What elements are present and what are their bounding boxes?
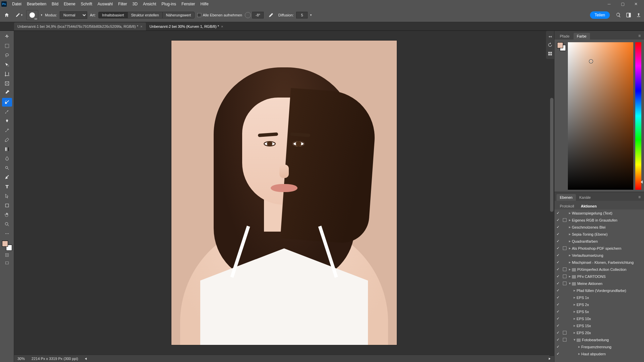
twisty-icon[interactable]: ▸: [568, 274, 572, 279]
search-icon[interactable]: [615, 12, 622, 18]
action-row[interactable]: ✓▸EPS 20x: [554, 329, 644, 336]
action-visibility-toggle[interactable]: ✓: [554, 338, 561, 342]
marquee-tool[interactable]: [2, 42, 12, 50]
twisty-icon[interactable]: ▸: [568, 267, 572, 272]
twisty-icon[interactable]: ▸: [577, 352, 581, 356]
twisty-icon[interactable]: ▸: [573, 302, 577, 307]
action-row[interactable]: ✓▸PFx CARTOONS: [554, 273, 644, 280]
close-tab-icon[interactable]: ×: [140, 24, 142, 28]
export-share-icon[interactable]: [635, 12, 642, 18]
blur-tool[interactable]: [2, 154, 12, 163]
menu-bild[interactable]: Bild: [49, 0, 61, 8]
action-visibility-toggle[interactable]: ✓: [554, 253, 561, 257]
menu-filter[interactable]: Filter: [115, 0, 130, 8]
canvas-viewport[interactable]: [14, 31, 554, 355]
path-selection-tool[interactable]: [2, 192, 12, 200]
menu-bearbeiten[interactable]: Bearbeiten: [24, 0, 49, 8]
menu-auswahl[interactable]: Auswahl: [95, 0, 115, 8]
action-visibility-toggle[interactable]: ✓: [554, 330, 561, 335]
twisty-icon[interactable]: ▸: [573, 323, 577, 328]
frame-tool[interactable]: [2, 79, 12, 88]
home-button[interactable]: [2, 10, 11, 20]
diffusion-value[interactable]: 5: [296, 12, 308, 18]
menu-ebene[interactable]: Ebene: [61, 0, 78, 8]
pen-tool[interactable]: [2, 173, 12, 182]
panel-menu-icon[interactable]: ≡: [637, 193, 642, 201]
dodge-tool[interactable]: [2, 164, 12, 172]
brush-angle-control[interactable]: -8°: [245, 12, 264, 18]
action-dialog-toggle[interactable]: [561, 267, 568, 271]
document-tab-0[interactable]: Unbenannt-1 bei 34,9% (bca77544d76c791f5…: [14, 22, 146, 31]
action-visibility-toggle[interactable]: ✓: [554, 281, 561, 286]
sample-all-layers-checkbox[interactable]: Alle Ebenen aufnehmen: [197, 13, 242, 17]
type-tool[interactable]: [2, 182, 12, 191]
action-row[interactable]: ✓▸Quadrantfarben: [554, 238, 644, 245]
subtab-aktionen[interactable]: Aktionen: [578, 203, 600, 209]
workspace-switcher-icon[interactable]: [625, 12, 632, 18]
eyedropper-tool[interactable]: [2, 88, 12, 97]
action-visibility-toggle[interactable]: ✓: [554, 246, 561, 250]
healing-type-1[interactable]: Struktur erstellen: [128, 12, 163, 18]
action-dialog-toggle[interactable]: [561, 338, 568, 342]
action-visibility-toggle[interactable]: ✓: [554, 302, 561, 307]
gradient-tool[interactable]: [2, 145, 12, 154]
color-panel-swatches[interactable]: [557, 42, 566, 51]
action-dialog-toggle[interactable]: [561, 282, 568, 285]
collapse-panels-icon[interactable]: ◂◂: [547, 33, 553, 40]
healing-type-0[interactable]: Inhaltsbasiert: [99, 12, 127, 18]
brush-tool[interactable]: [2, 107, 12, 116]
action-visibility-toggle[interactable]: ✓: [554, 345, 561, 349]
move-tool[interactable]: [2, 32, 12, 41]
twisty-icon[interactable]: ▸: [568, 211, 572, 215]
subtab-protokoll[interactable]: Protokoll: [556, 203, 578, 209]
action-visibility-toggle[interactable]: ✓: [554, 211, 561, 215]
action-row[interactable]: ✓▸Pfad füllen (Vordergrundfarbe): [554, 287, 644, 294]
document-tab-1[interactable]: Unbenannt-2 bei 30% (Kurven 1, RGB/8) *×: [146, 22, 227, 31]
zoom-level[interactable]: 30%: [17, 357, 25, 361]
action-row[interactable]: ✓▸EPS 10x: [554, 315, 644, 322]
twisty-icon[interactable]: ▸: [573, 316, 577, 321]
color-swatches[interactable]: [2, 241, 12, 251]
action-row[interactable]: ✓▸Frequenztrennung: [554, 343, 644, 350]
quick-mask-toggle[interactable]: [2, 251, 12, 259]
crop-tool[interactable]: [2, 70, 12, 78]
healing-type-2[interactable]: Näherungswert: [163, 12, 195, 18]
clone-stamp-tool[interactable]: [2, 117, 12, 125]
action-visibility-toggle[interactable]: ✓: [554, 316, 561, 321]
action-row[interactable]: ✓▾Fotobearbeitung: [554, 336, 644, 343]
twisty-icon[interactable]: ▸: [573, 295, 577, 300]
action-dialog-toggle[interactable]: [561, 275, 568, 278]
action-visibility-toggle[interactable]: ✓: [554, 295, 561, 300]
action-row[interactable]: ✓▸Als Photoshop-PDF speichern: [554, 245, 644, 252]
tab-kanaele[interactable]: Kanäle: [576, 194, 594, 201]
action-dialog-toggle[interactable]: [561, 218, 568, 222]
action-row[interactable]: ✓▸Eigenes RGB in Graustufen: [554, 217, 644, 224]
action-dialog-toggle[interactable]: [561, 331, 568, 335]
action-row[interactable]: ✓▸Haut abpudern: [554, 350, 644, 357]
action-row[interactable]: ✓▸EPS 5x: [554, 308, 644, 315]
twisty-icon[interactable]: ▸: [568, 246, 572, 250]
action-visibility-toggle[interactable]: ✓: [554, 267, 561, 272]
twisty-icon[interactable]: ▸: [568, 253, 572, 257]
share-button[interactable]: Teilen: [590, 11, 610, 19]
close-tab-icon[interactable]: ×: [221, 24, 223, 28]
blend-mode-select[interactable]: Normal: [60, 11, 87, 19]
menu-plug-ins[interactable]: Plug-ins: [159, 0, 179, 8]
tab-ebenen[interactable]: Ebenen: [556, 194, 576, 201]
twisty-icon[interactable]: ▾: [573, 338, 577, 342]
tab-farbe[interactable]: Farbe: [574, 33, 590, 40]
action-visibility-toggle[interactable]: ✓: [554, 260, 561, 264]
history-panel-icon[interactable]: [547, 42, 553, 48]
pressure-size-toggle[interactable]: [266, 10, 276, 20]
twisty-icon[interactable]: ▸: [573, 309, 577, 314]
menu-datei[interactable]: Datei: [9, 0, 24, 8]
action-row[interactable]: ✓▸Verlaufsumsetzung: [554, 252, 644, 259]
action-row[interactable]: ✓▸Sepia-Toning (Ebene): [554, 231, 644, 238]
action-visibility-toggle[interactable]: ✓: [554, 288, 561, 293]
lasso-tool[interactable]: [2, 51, 12, 60]
twisty-icon[interactable]: ▸: [573, 288, 577, 293]
window-restore-button[interactable]: ▢: [616, 0, 629, 8]
action-visibility-toggle[interactable]: ✓: [554, 323, 561, 328]
action-row[interactable]: ✓▸EPS 15x: [554, 322, 644, 329]
action-row[interactable]: ✓▸EPS 2x: [554, 301, 644, 308]
